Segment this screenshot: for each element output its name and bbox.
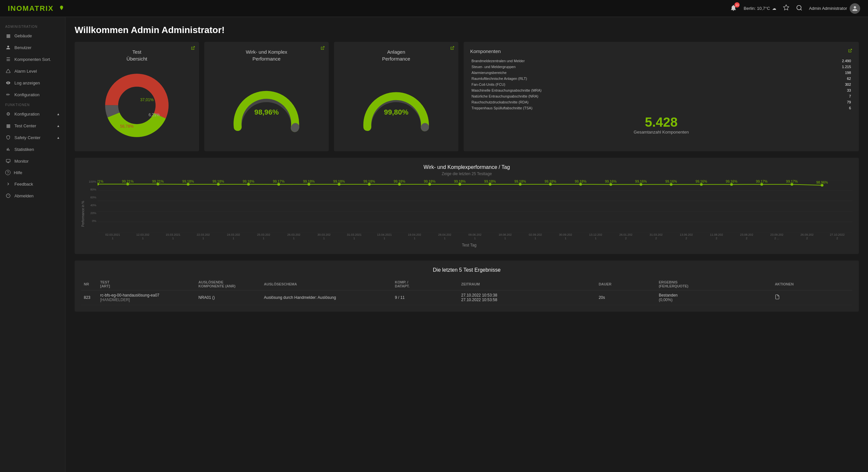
sidebar-item-hilfe[interactable]: ? Hilfe	[0, 167, 65, 178]
row-aktionen[interactable]	[772, 290, 852, 305]
sidebar-item-abmelden[interactable]: Abmelden	[0, 190, 65, 201]
card-komponenten-title: Komponenten	[470, 49, 501, 54]
komp-value-6: 33	[800, 87, 852, 93]
sidebar-item-safety-center[interactable]: Safety Center ▲	[0, 132, 65, 144]
svg-text:98,96%: 98,96%	[816, 181, 828, 184]
feedback-icon	[5, 181, 11, 187]
svg-text:99,16%: 99,16%	[695, 180, 707, 183]
komp-total-number: 5.428	[470, 115, 852, 130]
sidebar-item-konfiguration-f[interactable]: ⚙ Konfiguration ▲	[0, 108, 65, 120]
sidebar-item-monitor[interactable]: Monitor	[0, 155, 65, 167]
notification-bell[interactable]: 11	[730, 4, 737, 12]
th-schema: AUSLÖSESCHEMA	[261, 278, 392, 290]
line-chart-title: Wirk- und Komplexperformance / Tag	[81, 164, 852, 170]
card-anlagen-expand-icon[interactable]	[450, 46, 455, 52]
avatar	[850, 3, 860, 14]
x-label-21: 11.08.2022	[701, 233, 732, 240]
sidebar-label-statistiken: Statistiken	[14, 147, 34, 152]
x-label-14: 18.08.2021	[490, 233, 520, 240]
search-icon[interactable]	[796, 5, 803, 12]
table-row: 823 rc-bfs-eg-00-handauslösung-ea07[HAND…	[81, 290, 852, 305]
main-content: Willkommen Admin Administrator! TestÜber…	[65, 17, 868, 472]
sidebar-label-safety-center: Safety Center	[14, 135, 40, 140]
row-komp: 9 / 11	[392, 290, 458, 305]
komp-label-8: Rauchschutzdruckabschnitte (RDA)	[470, 99, 800, 105]
svg-point-47	[790, 183, 793, 186]
komp-value-9: 6	[800, 105, 852, 111]
card-wirk-performance: Wirk- und KomplexPerformance 98,96%	[204, 42, 329, 151]
sidebar-label-log-anzeigen: Log anzeigen	[14, 81, 40, 86]
komp-label-5: Fan-Coil-Units (FCU)	[470, 82, 800, 87]
line-chart-subtitle: Zeige die letzten 25 Testtage	[81, 171, 852, 176]
sidebar-item-gebaeude[interactable]: ▦ Gebäude	[0, 30, 65, 41]
card-wirk-expand-icon[interactable]	[320, 46, 325, 52]
line-chart-area: 100% 80% 60% 40% 20% 0%	[86, 180, 852, 248]
komp-value-8: 79	[800, 99, 852, 105]
svg-point-36	[458, 183, 461, 186]
results-table: NR TEST[ART] AUSLÖSENDEKOMPONENTE (ANR) …	[81, 278, 852, 305]
x-label-7: 26.03.2021	[279, 233, 309, 240]
konfiguration-f-icon: ⚙	[5, 111, 11, 117]
card-test-expand-icon[interactable]	[191, 46, 195, 52]
svg-point-46	[760, 183, 763, 186]
sidebar-item-feedback[interactable]: Feedback	[0, 178, 65, 190]
sidebar-label-abmelden: Abmelden	[14, 193, 34, 198]
svg-text:99,80%: 99,80%	[384, 108, 409, 116]
sidebar-item-komponenten-sort[interactable]: ☰ Komponenten Sort.	[0, 53, 65, 65]
chevron-up-icon: ▲	[57, 112, 60, 116]
x-label-18: 26.01.2022	[611, 233, 641, 240]
row-ergebnis: Bestanden(0,00%)	[656, 290, 772, 305]
komponenten-table: Brandmeldezentralen und Melder 2.490 Ste…	[470, 58, 852, 111]
svg-text:6,21%: 6,21%	[149, 113, 160, 117]
th-test: TEST[ART]	[98, 278, 196, 290]
svg-text:99,18%: 99,18%	[243, 180, 254, 183]
statistiken-icon	[5, 146, 11, 152]
komp-value-4: 62	[800, 75, 852, 82]
sidebar-label-alarm-level: Alarm Level	[14, 69, 37, 74]
abmelden-icon	[5, 193, 11, 199]
x-label-17: 13.12.2021	[581, 233, 611, 240]
sidebar-item-konfiguration-admin[interactable]: ✏ Konfiguration	[0, 89, 65, 100]
svg-text:99,18%: 99,18%	[515, 180, 526, 183]
svg-text:99,18%: 99,18%	[454, 180, 466, 183]
svg-text:99,21%: 99,21%	[152, 180, 164, 183]
komp-value-5: 302	[800, 82, 852, 87]
location-icon[interactable]	[59, 5, 64, 12]
settings-icon[interactable]	[783, 4, 789, 12]
svg-point-27	[187, 183, 189, 186]
x-label-5: 24.03.2021	[218, 233, 249, 240]
svg-text:99,18%: 99,18%	[394, 180, 405, 183]
results-table-title: Die letzten 5 Test Ergebnisse	[81, 267, 852, 273]
sidebar-item-test-center[interactable]: ▦ Test Center ▲	[0, 120, 65, 132]
chevron-up-icon-test: ▲	[57, 124, 60, 128]
svg-text:99,18%: 99,18%	[333, 180, 345, 183]
svg-text:56,78%: 56,78%	[120, 124, 133, 129]
topnav-right: 11 Berlin: 10,7°C ☁ Admin Administrator	[730, 3, 860, 14]
sidebar-item-alarm-level[interactable]: Alarm Level	[0, 65, 65, 77]
card-komponenten-expand-icon[interactable]	[848, 49, 852, 54]
svg-text:99,17%: 99,17%	[786, 180, 798, 183]
x-label-24: 26.09.2022	[792, 233, 822, 240]
svg-point-37	[489, 183, 491, 186]
table-header-row: NR TEST[ART] AUSLÖSENDEKOMPONENTE (ANR) …	[81, 278, 852, 290]
x-axis-labels: 02.03.20211 12.03.2021 15.03.20211 22.03…	[98, 233, 852, 240]
svg-point-41	[609, 183, 612, 186]
svg-point-38	[519, 183, 522, 186]
x-label-10: 13.04.20211	[369, 233, 399, 240]
logo: INOMATRIX	[8, 4, 54, 13]
sidebar: ADMINISTRATION ▦ Gebäude Benutzer ☰ Komp…	[0, 17, 65, 472]
svg-point-31	[307, 183, 310, 186]
donut-chart: 37,01% 56,78% 6,21%	[101, 69, 173, 141]
sidebar-item-statistiken[interactable]: Statistiken	[0, 144, 65, 155]
notification-count: 11	[735, 2, 740, 7]
table-row: Brandmeldezentralen und Melder 2.490	[470, 58, 852, 64]
svg-text:99,18%: 99,18%	[484, 180, 496, 183]
svg-text:99,18%: 99,18%	[213, 180, 224, 183]
svg-line-2	[801, 9, 802, 10]
x-label-3: 15.03.20211	[158, 233, 188, 240]
sidebar-item-benutzer[interactable]: Benutzer	[0, 41, 65, 53]
komponenten-sort-icon: ☰	[5, 56, 11, 62]
sidebar-label-konfiguration-admin: Konfiguration	[14, 92, 40, 97]
sidebar-item-log-anzeigen[interactable]: Log anzeigen	[0, 77, 65, 89]
y-axis-ticks: 100% 80% 60% 40% 20% 0%	[86, 180, 98, 223]
